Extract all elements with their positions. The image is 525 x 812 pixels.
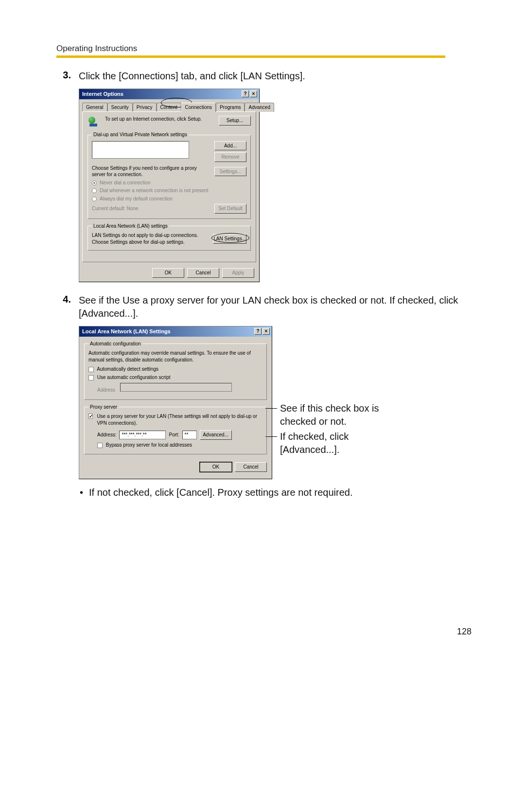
radio-label: Always dial my default connection — [100, 196, 173, 202]
close-icon[interactable]: × — [250, 90, 257, 97]
bullet-text: If not checked, click [Cancel]. Proxy se… — [89, 486, 352, 499]
tab-programs[interactable]: Programs — [216, 103, 245, 112]
page-header: Operating Instructions — [56, 44, 472, 54]
step-3-number: 3. — [58, 70, 71, 289]
dialog-title: Internet Options — [82, 90, 123, 98]
auto-config-legend: Automatic configuration — [88, 341, 142, 347]
apply-button[interactable]: Apply — [222, 268, 254, 278]
dialog-title: Local Area Network (LAN) Settings — [82, 328, 171, 335]
set-default-button[interactable]: Set Default — [214, 204, 246, 214]
cancel-button[interactable]: Cancel — [187, 268, 219, 278]
annotation-advanced: If checked, click [Advanced...]. — [280, 430, 392, 456]
help-icon[interactable]: ? — [254, 328, 262, 335]
radio-never-dial[interactable]: Never dial a connection — [92, 180, 246, 186]
dialup-group: Dial-up and Virtual Private Network sett… — [88, 131, 251, 219]
step-4-bullet: • If not checked, click [Cancel]. Proxy … — [80, 486, 472, 499]
use-script-checkbox[interactable] — [88, 375, 94, 380]
auto-detect-label: Automatically detect settings — [97, 366, 158, 372]
settings-button[interactable]: Settings... — [214, 167, 246, 177]
radio-label: Dial whenever a network connection is no… — [100, 187, 208, 194]
radio-label: Never dial a connection — [100, 180, 151, 186]
radio-icon — [92, 188, 97, 193]
tab-advanced[interactable]: Advanced — [245, 103, 274, 112]
setup-text: To set up an Internet connection, click … — [105, 116, 215, 123]
dialup-legend: Dial-up and Virtual Private Network sett… — [92, 131, 189, 138]
tab-privacy[interactable]: Privacy — [133, 103, 157, 112]
annotation-check: See if this check box is checked or not. — [280, 402, 392, 428]
radio-always-dial[interactable]: Always dial my default connection — [92, 196, 246, 202]
settings-hint: Choose Settings if you need to configure… — [92, 165, 210, 178]
auto-config-text: Automatic configuration may override man… — [88, 350, 262, 363]
proxy-address-input[interactable]: ***.***.***.** — [119, 431, 166, 439]
add-button[interactable]: Add... — [214, 141, 246, 151]
internet-options-dialog: Internet Options ? × General Security Pr… — [79, 89, 260, 282]
current-default-label: Current default: None — [92, 205, 139, 212]
step-3-text: Click the [Connections] tab, and click [… — [79, 70, 472, 83]
lan-settings-dialog: Local Area Network (LAN) Settings ? × Au… — [79, 326, 272, 479]
tabstrip: General Security Privacy Content Connect… — [79, 99, 259, 112]
radio-icon — [92, 197, 97, 201]
dialup-listbox[interactable] — [92, 141, 189, 159]
lan-hint: LAN Settings do not apply to dial-up con… — [92, 232, 209, 245]
proxy-legend: Proxy server — [88, 404, 119, 411]
step-4: 4. See if the Use a proxy server for you… — [58, 294, 472, 499]
callout-line-icon — [265, 436, 277, 437]
radio-dial-when-no-net[interactable]: Dial whenever a network connection is no… — [92, 187, 246, 194]
advanced-button[interactable]: Advanced... — [200, 430, 232, 440]
use-script-label: Use automatic configuration script — [97, 375, 171, 380]
bypass-checkbox[interactable] — [97, 443, 103, 448]
header-rule — [56, 55, 445, 58]
lan-group: Local Area Network (LAN) settings LAN Se… — [88, 223, 251, 251]
tab-security[interactable]: Security — [107, 103, 133, 112]
side-annotation: See if this check box is checked or not.… — [279, 402, 392, 456]
step-3: 3. Click the [Connections] tab, and clic… — [58, 70, 472, 289]
radio-icon — [92, 180, 97, 185]
script-address-input[interactable] — [120, 383, 232, 392]
page-number: 128 — [457, 627, 472, 637]
use-proxy-label: Use a proxy server for your LAN (These s… — [97, 413, 262, 426]
proxy-group: Proxy server Use a proxy server for your… — [84, 404, 267, 455]
use-proxy-checkbox[interactable] — [88, 414, 93, 419]
tab-connections[interactable]: Connections — [181, 103, 216, 112]
bypass-label: Bypass proxy server for local addresses — [106, 442, 192, 448]
lan-legend: Local Area Network (LAN) settings — [92, 223, 169, 230]
globe-icon — [88, 116, 101, 127]
proxy-port-label: Port: — [169, 432, 179, 438]
document-page: Operating Instructions 3. Click the [Con… — [0, 0, 525, 812]
ok-button[interactable]: OK — [152, 268, 184, 278]
ok-button[interactable]: OK — [200, 462, 232, 472]
step-4-number: 4. — [58, 294, 71, 499]
callout-line-icon — [265, 408, 277, 409]
cancel-button[interactable]: Cancel — [235, 462, 267, 472]
auto-detect-checkbox[interactable] — [88, 367, 94, 372]
auto-config-group: Automatic configuration Automatic config… — [84, 341, 267, 400]
help-icon[interactable]: ? — [242, 90, 249, 97]
close-icon[interactable]: × — [262, 328, 270, 335]
remove-button[interactable]: Remove — [214, 152, 246, 162]
step-4-text: See if the Use a proxy server for your L… — [79, 294, 472, 320]
tab-general[interactable]: General — [82, 103, 107, 112]
setup-button[interactable]: Setup... — [219, 116, 251, 126]
address-label: Address — [97, 387, 115, 393]
proxy-port-input[interactable]: ** — [182, 431, 197, 439]
bullet-icon: • — [80, 486, 83, 499]
proxy-address-label: Address: — [97, 432, 116, 438]
